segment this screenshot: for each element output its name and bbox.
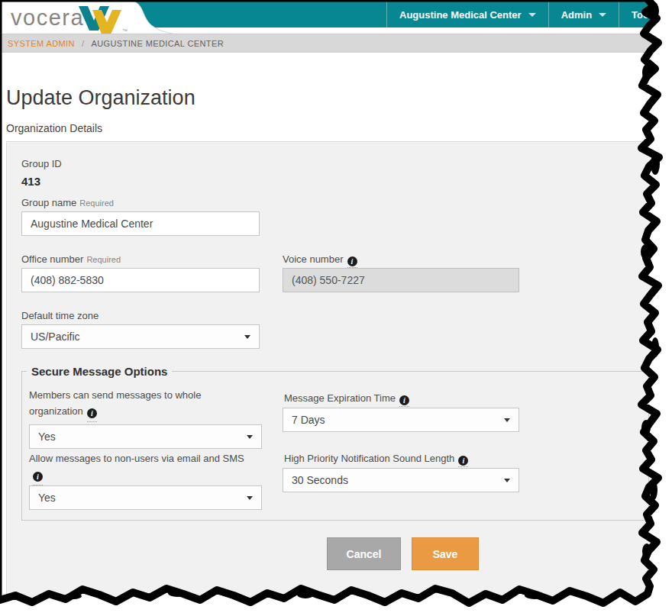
secure-message-options-legend: Secure Message Options: [27, 365, 172, 378]
members-send-whole-org-label: Members can send messages to whole organ…: [29, 387, 247, 422]
nav-admin-menu[interactable]: Admin: [548, 2, 619, 27]
breadcrumb-separator: /: [82, 39, 84, 48]
nav-site-selector-label: Augustine Medical Center: [399, 9, 522, 21]
nav-site-selector[interactable]: Augustine Medical Center: [386, 2, 548, 27]
chevron-down-icon: [599, 13, 606, 17]
chevron-down-icon: [528, 13, 536, 17]
chevron-down-icon: [247, 496, 253, 500]
info-icon[interactable]: i: [347, 256, 357, 266]
group-id-value: 413: [21, 175, 40, 188]
vocera-admin-screen: Augustine Medical Center Admin Tools voc…: [0, 0, 672, 616]
high-priority-sound-value: 30 Seconds: [292, 474, 348, 486]
svg-text:™: ™: [122, 28, 128, 34]
allow-nonusers-select[interactable]: Yes: [29, 485, 262, 510]
voice-number-label: Voice numberi: [283, 253, 357, 268]
nav-tools-label: Tools: [632, 9, 657, 21]
info-icon[interactable]: i: [87, 408, 97, 418]
members-send-whole-org-select[interactable]: Yes: [29, 424, 262, 449]
info-icon[interactable]: i: [33, 472, 43, 482]
required-hint: Required: [79, 198, 114, 208]
high-priority-sound-label: High Priority Notification Sound Lengthi: [284, 453, 468, 467]
time-zone-select[interactable]: US/Pacific: [21, 324, 260, 349]
chevron-down-icon: [247, 435, 253, 439]
message-expiration-value: 7 Days: [292, 414, 325, 426]
time-zone-value: US/Pacific: [31, 331, 80, 343]
breadcrumb-current: AUGUSTINE MEDICAL CENTER: [91, 39, 224, 48]
nav-tools-menu[interactable]: Tools: [619, 2, 670, 27]
office-number-label: Office numberRequired: [21, 253, 121, 265]
info-icon[interactable]: i: [399, 395, 409, 405]
voice-number-input: [283, 268, 519, 292]
group-name-label: Group nameRequired: [21, 197, 114, 208]
message-expiration-select[interactable]: 7 Days: [283, 408, 519, 432]
vocera-logo-text: vocera: [11, 5, 84, 30]
group-name-input[interactable]: [21, 211, 260, 236]
breadcrumb-system-admin-link[interactable]: SYSTEM ADMIN: [8, 39, 75, 48]
chevron-down-icon: [244, 335, 250, 339]
nav-admin-label: Admin: [561, 9, 592, 21]
section-heading: Organization Details: [6, 122, 102, 134]
allow-nonusers-label: Allow messages to non-users via email an…: [29, 450, 247, 485]
breadcrumb: SYSTEM ADMIN / AUGUSTINE MEDICAL CENTER: [0, 34, 655, 53]
top-nav-menu: Augustine Medical Center Admin Tools: [386, 2, 670, 27]
office-number-input[interactable]: [21, 268, 260, 292]
vocera-logo: vocera ™: [2, 2, 181, 34]
page-title: Update Organization: [6, 86, 195, 110]
cancel-button[interactable]: Cancel: [327, 537, 401, 570]
info-icon[interactable]: i: [458, 456, 468, 466]
members-send-whole-org-value: Yes: [38, 431, 56, 443]
allow-nonusers-value: Yes: [38, 492, 56, 504]
save-button[interactable]: Save: [412, 537, 479, 570]
group-id-label: Group ID: [21, 158, 62, 169]
required-hint: Required: [86, 255, 121, 264]
time-zone-label: Default time zone: [21, 310, 99, 321]
chevron-down-icon: [504, 479, 510, 482]
chevron-down-icon: [504, 418, 510, 422]
message-expiration-label: Message Expiration Timei: [284, 392, 409, 407]
high-priority-sound-select[interactable]: 30 Seconds: [283, 468, 519, 492]
